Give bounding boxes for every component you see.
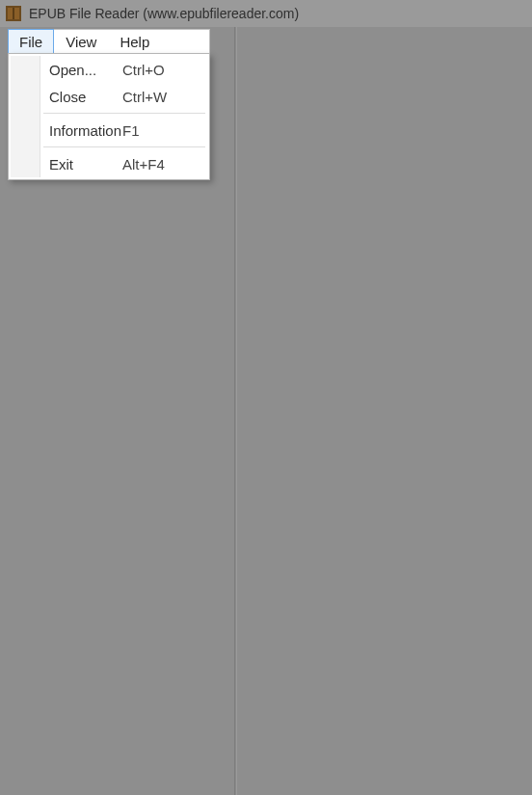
menu-item-shortcut: Ctrl+O [122,62,165,78]
right-pane [237,27,532,795]
menu-separator [43,146,205,147]
file-menu-exit[interactable]: Exit Alt+F4 [11,150,207,177]
menu-view[interactable]: View [54,30,108,53]
menu-help[interactable]: Help [108,30,161,53]
menu-item-label: Exit [49,156,73,172]
menu-item-label: Information [49,122,121,139]
menu-bar: File View Help [8,29,210,54]
file-menu-information[interactable]: Information F1 [11,117,207,144]
menu-item-shortcut: F1 [122,122,140,139]
window-title: EPUB File Reader (www.epubfilereader.com… [29,0,299,27]
menu-separator [43,113,205,114]
menu-file[interactable]: File [8,29,54,54]
menu-item-shortcut: Ctrl+W [122,89,167,105]
menu-item-label: Open... [49,62,96,78]
file-menu-open[interactable]: Open... Ctrl+O [11,56,207,83]
menu-item-label: Close [49,89,86,105]
file-menu-close[interactable]: Close Ctrl+W [11,83,207,110]
app-icon [6,6,21,21]
title-bar: EPUB File Reader (www.epubfilereader.com… [0,0,532,27]
menu-item-shortcut: Alt+F4 [122,156,165,172]
svg-rect-2 [13,8,14,19]
file-menu-dropdown: Open... Ctrl+O Close Ctrl+W Information … [8,53,210,180]
